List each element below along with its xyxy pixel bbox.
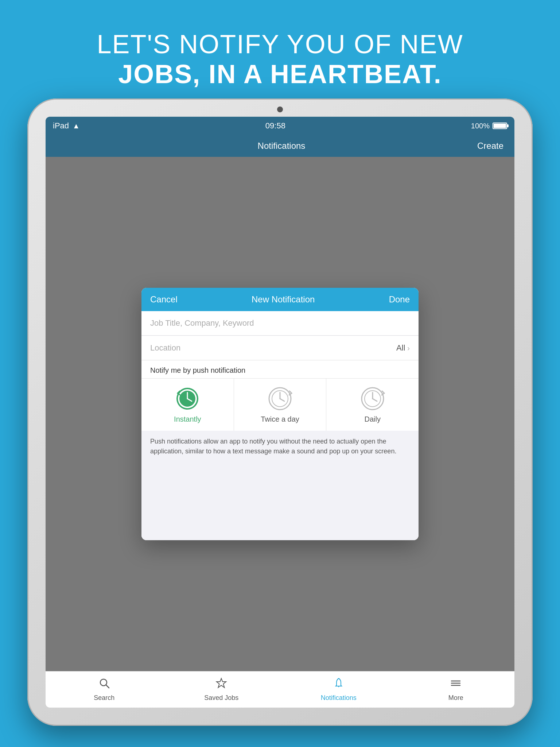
tab-notifications-label: Notifications [321,694,357,702]
twice-a-day-clock-icon [267,386,293,411]
location-label: Location [150,343,180,353]
menu-icon [450,677,462,692]
status-left: iPad ▲ [53,121,80,131]
battery-icon [493,123,507,129]
instantly-label: Instantly [174,415,201,423]
job-title-input[interactable] [141,311,419,336]
done-button[interactable]: Done [389,294,410,305]
ipad-screen: iPad ▲ 09:58 100% Notifications Create [46,117,514,708]
hero-line2: JOBS, IN A HEARTBEAT. [0,59,560,89]
location-all[interactable]: All › [396,343,410,353]
battery-label: 100% [471,122,490,130]
twice-a-day-label: Twice a day [261,415,299,423]
svg-line-8 [280,399,284,401]
nav-bar: Notifications Create [46,135,514,157]
frequency-daily[interactable]: Daily [326,379,419,431]
clock: 09:58 [265,121,285,131]
star-icon [215,677,227,692]
daily-label: Daily [364,415,380,423]
frequency-instantly[interactable]: Instantly [141,379,234,431]
svg-line-14 [106,685,109,688]
search-icon [98,677,110,692]
status-bar: iPad ▲ 09:58 100% [46,117,514,135]
wifi-icon: ▲ [73,122,80,130]
hero-line1: LET'S NOTIFY YOU OF NEW [0,29,560,59]
tab-search[interactable]: Search [46,677,163,702]
tab-more-label: More [448,694,463,702]
instantly-clock-icon [175,386,200,411]
new-notification-dialog: Cancel New Notification Done Location Al… [141,288,419,540]
job-input-section [141,311,419,336]
bell-icon [333,677,345,692]
svg-marker-15 [217,678,226,688]
main-content: Cancel New Notification Done Location Al… [46,157,514,671]
tab-more[interactable]: More [397,677,515,702]
notify-label: Notify me by push notification [141,360,419,378]
tab-saved-jobs[interactable]: Saved Jobs [163,677,280,702]
status-right: 100% [471,122,507,130]
location-value: All [396,343,405,353]
cancel-button[interactable]: Cancel [150,294,178,305]
tab-saved-jobs-label: Saved Jobs [204,694,238,702]
create-button[interactable]: Create [477,141,503,151]
device-label: iPad [53,121,69,131]
camera-dot [277,107,283,112]
nav-title: Notifications [258,141,306,151]
frequency-twice-a-day[interactable]: Twice a day [234,379,327,431]
daily-clock-icon [360,386,385,411]
push-description: Push notifications allow an app to notif… [141,431,419,540]
ipad-frame: iPad ▲ 09:58 100% Notifications Create [27,98,533,726]
location-row[interactable]: Location All › [141,336,419,360]
svg-line-12 [373,399,377,401]
dialog-title: New Notification [252,294,315,305]
chevron-right-icon: › [407,344,410,352]
dialog-header: Cancel New Notification Done [141,288,419,311]
tab-notifications[interactable]: Notifications [280,677,397,702]
tab-bar: Search Saved Jobs Noti [46,671,514,708]
dialog-body: Location All › Notify me by push notific… [141,311,419,540]
tab-search-label: Search [94,694,114,702]
frequency-section: Instantly Twice a day [141,378,419,431]
battery-fill [494,124,506,128]
hero-section: LET'S NOTIFY YOU OF NEW JOBS, IN A HEART… [0,0,560,89]
